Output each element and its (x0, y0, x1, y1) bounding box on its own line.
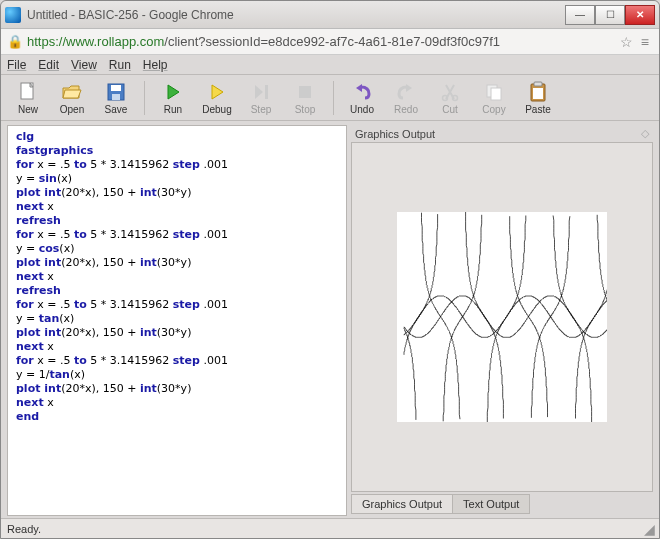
graphics-panel-header: Graphics Output ◇ (351, 125, 653, 142)
run-button[interactable]: Run (154, 78, 192, 118)
app-window: Untitled - BASIC-256 - Google Chrome — ☐… (0, 0, 660, 539)
menu-edit[interactable]: Edit (38, 58, 59, 72)
dock-icon[interactable]: ◇ (641, 127, 649, 140)
svg-rect-4 (265, 85, 268, 99)
step-icon (250, 81, 272, 103)
svg-rect-5 (299, 86, 311, 98)
maximize-button[interactable]: ☐ (595, 5, 625, 25)
titlebar[interactable]: Untitled - BASIC-256 - Google Chrome — ☐… (1, 1, 659, 29)
window-title: Untitled - BASIC-256 - Google Chrome (27, 8, 565, 22)
svg-rect-2 (111, 85, 121, 91)
toolbar-separator (144, 81, 145, 115)
new-icon (17, 81, 39, 103)
open-button[interactable]: Open (53, 78, 91, 118)
run-icon (162, 81, 184, 103)
svg-point-6 (443, 95, 448, 100)
copy-label: Copy (482, 104, 505, 115)
paste-label: Paste (525, 104, 551, 115)
status-text: Ready. (7, 523, 41, 535)
graphics-panel-title: Graphics Output (355, 128, 435, 140)
save-label: Save (105, 104, 128, 115)
menu-view[interactable]: View (71, 58, 97, 72)
url-host: ://www.rollapp.com (55, 34, 164, 49)
cut-label: Cut (442, 104, 458, 115)
cut-button[interactable]: Cut (431, 78, 469, 118)
svg-rect-3 (112, 94, 120, 100)
cut-icon (439, 81, 461, 103)
svg-rect-11 (534, 82, 542, 86)
menubar: File Edit View Run Help (1, 55, 659, 75)
app-icon (5, 7, 21, 23)
output-tabs: Graphics Output Text Output (351, 492, 653, 516)
svg-rect-12 (533, 88, 543, 99)
step-button[interactable]: Step (242, 78, 280, 118)
resize-grip-icon[interactable]: ◢ (644, 521, 653, 537)
step-label: Step (251, 104, 272, 115)
svg-point-7 (453, 95, 458, 100)
url-scheme: https (27, 34, 55, 49)
redo-button[interactable]: Redo (387, 78, 425, 118)
run-label: Run (164, 104, 182, 115)
copy-icon (483, 81, 505, 103)
right-pane: Graphics Output ◇ Graphics Output Text O… (351, 125, 653, 516)
new-button[interactable]: New (9, 78, 47, 118)
url-path: /client?sessionId=e8dce992-af7c-4a61-81e… (164, 34, 500, 49)
debug-icon (206, 81, 228, 103)
statusbar: Ready. ◢ (1, 518, 659, 538)
toolbar: New Open Save Run Debug Step Stop (1, 75, 659, 121)
close-button[interactable]: ✕ (625, 5, 655, 25)
undo-label: Undo (350, 104, 374, 115)
tab-graphics-output[interactable]: Graphics Output (351, 494, 453, 514)
paste-icon (527, 81, 549, 103)
url-text: https://www.rollapp.com/client?sessionId… (27, 34, 500, 49)
menu-file[interactable]: File (7, 58, 26, 72)
address-bar[interactable]: 🔒 https://www.rollapp.com/client?session… (1, 29, 659, 55)
bookmark-star-icon[interactable]: ☆ (616, 34, 637, 50)
graphics-area (351, 142, 653, 492)
debug-label: Debug (202, 104, 231, 115)
main-content: clg fastgraphics for x = .5 to 5 * 3.141… (1, 121, 659, 518)
stop-icon (294, 81, 316, 103)
copy-button[interactable]: Copy (475, 78, 513, 118)
redo-icon (395, 81, 417, 103)
redo-label: Redo (394, 104, 418, 115)
window-controls: — ☐ ✕ (565, 5, 655, 25)
menu-run[interactable]: Run (109, 58, 131, 72)
menu-help[interactable]: Help (143, 58, 168, 72)
stop-label: Stop (295, 104, 316, 115)
stop-button[interactable]: Stop (286, 78, 324, 118)
debug-button[interactable]: Debug (198, 78, 236, 118)
lock-icon: 🔒 (7, 34, 23, 49)
save-icon (105, 81, 127, 103)
undo-icon (351, 81, 373, 103)
open-label: Open (60, 104, 84, 115)
save-button[interactable]: Save (97, 78, 135, 118)
tab-text-output[interactable]: Text Output (452, 494, 530, 514)
code-editor[interactable]: clg fastgraphics for x = .5 to 5 * 3.141… (7, 125, 347, 516)
svg-rect-9 (491, 88, 501, 100)
open-icon (61, 81, 83, 103)
undo-button[interactable]: Undo (343, 78, 381, 118)
chrome-menu-icon[interactable]: ≡ (637, 34, 653, 50)
paste-button[interactable]: Paste (519, 78, 557, 118)
toolbar-separator (333, 81, 334, 115)
minimize-button[interactable]: — (565, 5, 595, 25)
graphics-canvas (397, 212, 607, 422)
new-label: New (18, 104, 38, 115)
